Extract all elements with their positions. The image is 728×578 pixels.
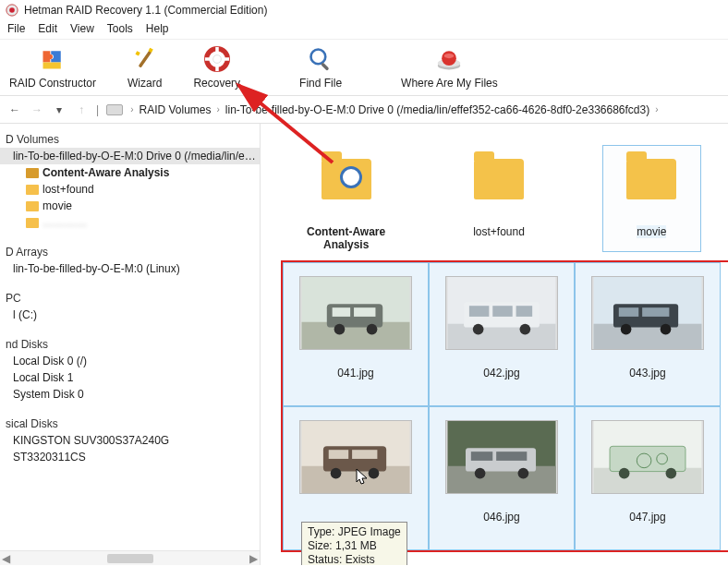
- tree-node-lostfound[interactable]: lost+found: [0, 181, 260, 198]
- svg-rect-23: [354, 307, 375, 317]
- file-name: 046.jpg: [483, 511, 519, 524]
- tooltip-status-label: Status:: [308, 553, 342, 565]
- toolbar: RAID Constructor Wizard Recovery Find Fi…: [0, 40, 728, 96]
- file-item-041[interactable]: 041.jpg: [283, 262, 429, 406]
- magnifier-icon: [307, 45, 334, 73]
- nav-back-icon[interactable]: ←: [7, 102, 22, 117]
- tree-node-localdisk1[interactable]: Local Disk 1: [0, 369, 260, 386]
- svg-point-56: [619, 468, 630, 479]
- chevron-right-icon: ›: [130, 104, 133, 114]
- breadcrumb: › RAID Volumes › lin-To-be-filled-by-O-E…: [130, 103, 721, 116]
- find-file-button[interactable]: Find File: [299, 45, 342, 90]
- tooltip-status-value: Exists: [346, 553, 375, 565]
- thumbnail-image: [591, 276, 704, 350]
- file-name: 043.jpg: [629, 367, 665, 379]
- folder-search-icon: [322, 159, 371, 199]
- file-item-042[interactable]: 042.jpg: [429, 262, 575, 406]
- folder-icon: [626, 159, 676, 199]
- scrollbar-thumb[interactable]: [107, 554, 153, 563]
- svg-point-35: [621, 324, 632, 335]
- thumbnail-image: [591, 420, 704, 494]
- svg-point-6: [212, 55, 221, 64]
- recovery-button[interactable]: Recovery: [193, 45, 240, 90]
- svg-rect-8: [215, 65, 219, 71]
- breadcrumb-separator: |: [96, 103, 99, 116]
- svg-rect-12: [321, 63, 329, 71]
- nav-forward-icon[interactable]: →: [30, 102, 44, 117]
- tree-node-content-aware[interactable]: Content-Aware Analysis: [0, 164, 260, 181]
- tree-node-movie[interactable]: movie: [0, 198, 260, 214]
- tree-node-c[interactable]: l (C:): [0, 307, 260, 323]
- svg-point-11: [311, 50, 326, 65]
- svg-rect-51: [471, 452, 492, 461]
- menu-tools[interactable]: Tools: [107, 22, 133, 35]
- find-file-label: Find File: [299, 77, 342, 90]
- recovery-label: Recovery: [193, 77, 240, 90]
- tree-node-array[interactable]: lin-To-be-filled-by-O-E-M:0 (Linux): [0, 260, 260, 277]
- window-title: Hetman RAID Recovery 1.1 (Commercial Edi…: [24, 4, 267, 17]
- nav-up-icon[interactable]: ↑: [74, 102, 89, 117]
- raid-constructor-button[interactable]: RAID Constructor: [9, 45, 96, 90]
- svg-rect-10: [223, 57, 229, 61]
- tree-section-arrays: D Arrays: [0, 244, 260, 260]
- tooltip-size-label: Size:: [308, 539, 333, 552]
- tree-node-drive[interactable]: lin-To-be-filled-by-O-E-M:0 Drive 0 (/me…: [0, 148, 260, 164]
- folder-lostfound[interactable]: lost+found: [450, 146, 547, 251]
- breadcrumb-root[interactable]: RAID Volumes: [139, 103, 211, 116]
- svg-point-21: [367, 324, 378, 335]
- file-name: 047.jpg: [629, 511, 665, 524]
- menu-edit[interactable]: Edit: [38, 22, 57, 35]
- folder-movie[interactable]: movie: [603, 146, 700, 251]
- nav-dropdown-icon[interactable]: ▾: [52, 102, 67, 117]
- tree-view[interactable]: D Volumes lin-To-be-filled-by-O-E-M:0 Dr…: [0, 124, 260, 550]
- content-pane: Content-Aware Analysis lost+found movie …: [261, 124, 728, 565]
- thumbnail-image: [445, 420, 558, 494]
- tree-section-physical: sical Disks: [0, 415, 260, 432]
- tree-node-redacted[interactable]: …………: [0, 214, 260, 231]
- file-name: 041.jpg: [337, 367, 373, 379]
- folder-icon: [26, 185, 39, 195]
- chevron-right-icon: ›: [217, 104, 220, 114]
- file-tooltip: Type: JPEG Image Size: 1,31 MB Status: E…: [301, 522, 407, 565]
- svg-point-43: [369, 468, 380, 479]
- svg-point-36: [661, 324, 672, 335]
- menu-help[interactable]: Help: [146, 22, 169, 35]
- menu-bar: File Edit View Tools Help: [0, 20, 728, 40]
- file-item-046[interactable]: 046.jpg: [429, 406, 575, 550]
- tree-node-kingston[interactable]: KINGSTON SUV300S37A240G: [0, 432, 260, 449]
- scroll-right-icon[interactable]: ▶: [249, 552, 258, 565]
- svg-point-42: [331, 468, 342, 479]
- svg-point-49: [475, 468, 486, 479]
- file-grid: 041.jpg 042.jpg 043.jpg: [283, 262, 728, 550]
- file-item-043[interactable]: 043.jpg: [575, 262, 721, 406]
- scroll-left-icon[interactable]: ◀: [2, 552, 10, 565]
- tree-node-localdisk0[interactable]: Local Disk 0 (/): [0, 353, 260, 369]
- tree-node-seagate[interactable]: ST3320311CS: [0, 449, 260, 465]
- folder-content-aware[interactable]: Content-Aware Analysis: [297, 146, 394, 251]
- svg-rect-52: [496, 452, 527, 461]
- title-bar: Hetman RAID Recovery 1.1 (Commercial Edi…: [0, 0, 728, 20]
- tooltip-size-value: 1,31 MB: [335, 539, 377, 552]
- svg-rect-37: [619, 307, 638, 317]
- folder-icon: [474, 159, 524, 199]
- menu-view[interactable]: View: [70, 22, 94, 35]
- folder-row: Content-Aware Analysis lost+found movie: [261, 124, 728, 257]
- thumbnail-image: [445, 276, 558, 350]
- cursor-icon: [356, 468, 369, 487]
- breadcrumb-drive[interactable]: lin-To-be-filled-by-O-E-M:0 Drive 0 (/me…: [225, 103, 649, 116]
- highlight-box: 041.jpg 042.jpg 043.jpg: [281, 260, 728, 552]
- folder-icon: [26, 201, 39, 211]
- where-files-button[interactable]: Where Are My Files: [401, 45, 498, 90]
- file-item-047[interactable]: 047.jpg: [575, 406, 721, 550]
- menu-file[interactable]: File: [7, 22, 25, 35]
- tooltip-type-value: JPEG Image: [338, 525, 401, 538]
- wizard-button[interactable]: Wizard: [127, 45, 162, 90]
- tree-section-nd-disks: nd Disks: [0, 336, 260, 353]
- thumbnail-image: [299, 276, 412, 350]
- puzzle-icon: [39, 45, 67, 73]
- tree-node-systemdisk0[interactable]: System Disk 0: [0, 386, 260, 403]
- svg-rect-25: [448, 324, 556, 349]
- svg-rect-45: [352, 450, 377, 459]
- panic-button-icon: [435, 45, 463, 73]
- sidebar-horizontal-scrollbar[interactable]: ◀ ▶: [0, 550, 260, 565]
